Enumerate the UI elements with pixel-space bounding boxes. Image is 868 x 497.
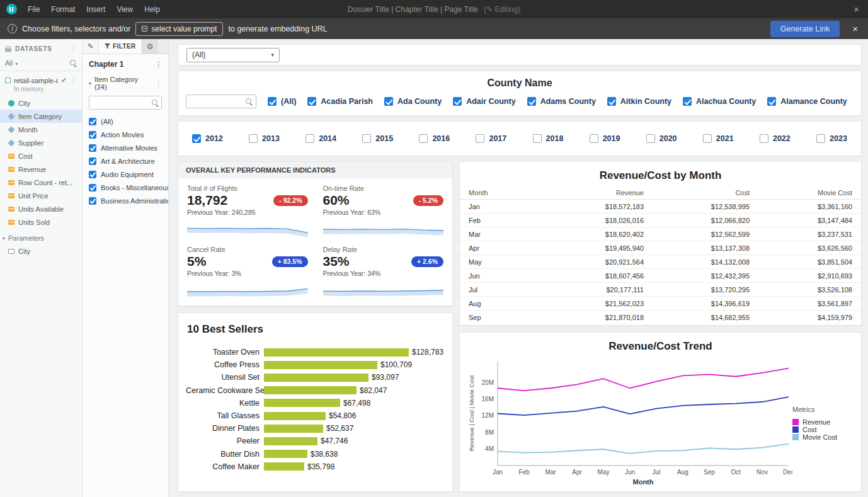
checkbox[interactable] <box>646 134 655 143</box>
parameters-section-header[interactable]: ▾ Parameters <box>0 229 82 244</box>
county-option-aitkin-county[interactable]: Aitkin County <box>607 97 671 106</box>
menu-format[interactable]: Format <box>45 5 81 14</box>
checkbox[interactable] <box>307 97 316 106</box>
year-option-2015[interactable]: 2015 <box>362 134 393 143</box>
menu-help[interactable]: Help <box>139 5 166 14</box>
dataset-scope-select[interactable]: All▾ <box>5 59 18 67</box>
datasets-menu-icon[interactable]: ⋮ <box>70 45 77 53</box>
dataset-item-supplier[interactable]: Supplier <box>0 136 82 149</box>
checkbox[interactable] <box>683 97 692 106</box>
county-option-all[interactable]: (All) <box>268 97 296 106</box>
dataset-item-unit-price[interactable]: Unit Price <box>0 189 82 202</box>
collapse-icon[interactable]: ▾ <box>89 81 91 86</box>
bar[interactable] <box>264 450 307 458</box>
parameter-item-city[interactable]: City <box>0 244 82 258</box>
window-close-icon[interactable]: × <box>845 4 868 14</box>
county-option-alamance-county[interactable]: Alamance County <box>767 97 847 106</box>
checkbox[interactable] <box>816 134 825 143</box>
checkbox[interactable] <box>533 134 542 143</box>
year-option-2022[interactable]: 2022 <box>760 134 791 143</box>
checkbox[interactable] <box>362 134 371 143</box>
checkbox[interactable] <box>249 134 258 143</box>
generate-link-button[interactable]: Generate Link <box>770 21 840 37</box>
checkbox[interactable] <box>419 134 428 143</box>
dataset-item-item-category[interactable]: Item Category <box>0 110 82 123</box>
year-option-2012[interactable]: 2012 <box>192 134 223 143</box>
checkbox[interactable] <box>384 97 393 106</box>
checkbox[interactable] <box>767 97 776 106</box>
checkbox[interactable] <box>89 144 96 152</box>
filter-option-business-administration[interactable]: Business Administration <box>83 194 168 207</box>
dataset-item-month[interactable]: Month <box>0 123 82 136</box>
year-option-2014[interactable]: 2014 <box>306 134 336 143</box>
checkbox[interactable] <box>192 134 201 143</box>
year-option-2017[interactable]: 2017 <box>476 134 506 143</box>
year-option-2016[interactable]: 2016 <box>419 134 450 143</box>
county-option-ada-county[interactable]: Ada County <box>384 97 442 106</box>
legend-item-cost[interactable]: Cost <box>792 426 853 433</box>
checkbox[interactable] <box>476 134 484 143</box>
chapter-menu-icon[interactable]: ⋮ <box>155 60 162 69</box>
bar[interactable] <box>264 412 326 420</box>
dataset-item-units-available[interactable]: Units Available <box>0 202 82 215</box>
checkbox[interactable] <box>89 197 96 205</box>
checkbox[interactable] <box>306 134 314 143</box>
dataset-name-row[interactable]: retail-sample-d... ✓ ⋮ <box>0 71 82 85</box>
county-option-adams-county[interactable]: Adams County <box>527 97 596 106</box>
checkbox[interactable] <box>590 134 598 143</box>
dataset-item-row-count-ret[interactable]: Row Count - ret... <box>0 176 82 189</box>
checkbox[interactable] <box>89 184 96 191</box>
select-value-prompt-button[interactable]: select value prompt <box>135 22 223 36</box>
search-icon[interactable] <box>69 59 77 67</box>
county-option-alachua-county[interactable]: Alachua County <box>683 97 756 106</box>
checkbox[interactable] <box>89 131 96 139</box>
county-option-adair-county[interactable]: Adair County <box>453 97 515 106</box>
county-option-acadia-parish[interactable]: Acadia Parish <box>307 97 373 106</box>
banner-close-icon[interactable]: × <box>850 23 860 34</box>
bar[interactable] <box>264 374 368 382</box>
dataset-menu-icon[interactable]: ⋮ <box>70 76 77 84</box>
menu-file[interactable]: File <box>22 5 45 14</box>
dataset-item-city[interactable]: City <box>0 96 82 110</box>
settings-tab[interactable]: ⚙ <box>142 39 158 54</box>
checkbox[interactable] <box>268 97 277 106</box>
bar[interactable] <box>264 399 340 407</box>
checkbox[interactable] <box>527 97 536 106</box>
filter-option-art-architecture[interactable]: Art & Architecture <box>83 154 168 168</box>
year-option-2021[interactable]: 2021 <box>703 134 734 143</box>
tab-filter[interactable]: FILTER <box>99 39 142 54</box>
filter-group-menu-icon[interactable]: ⋮ <box>155 79 162 88</box>
year-option-2023[interactable]: 2023 <box>816 134 847 143</box>
checkbox[interactable] <box>89 118 96 125</box>
legend-item-revenue[interactable]: Revenue <box>792 418 853 426</box>
year-option-2019[interactable]: 2019 <box>590 134 620 143</box>
dataset-item-units-sold[interactable]: Units Sold <box>0 215 82 229</box>
year-option-2018[interactable]: 2018 <box>533 134 564 143</box>
year-option-2013[interactable]: 2013 <box>249 134 280 143</box>
edit-tab[interactable]: ✎ <box>83 39 99 54</box>
filter-option-action-movies[interactable]: Action Movies <box>83 128 168 141</box>
checkbox[interactable] <box>760 134 768 143</box>
bar[interactable] <box>264 437 317 445</box>
checkbox[interactable] <box>607 97 616 106</box>
dataset-item-cost[interactable]: Cost <box>0 149 82 163</box>
bar[interactable] <box>264 462 304 471</box>
panel-toggle-icon[interactable] <box>5 47 11 52</box>
page-filter-dropdown[interactable]: (All) ▾ <box>186 48 280 62</box>
bar[interactable] <box>264 361 377 369</box>
filter-option-all[interactable]: (All) <box>83 115 168 128</box>
menu-insert[interactable]: Insert <box>81 5 111 14</box>
checkbox[interactable] <box>89 171 96 178</box>
checkbox[interactable] <box>89 157 96 165</box>
bar[interactable] <box>264 386 357 394</box>
legend-item-movie-cost[interactable]: Movie Cost <box>792 433 853 441</box>
filter-option-audio-equipment[interactable]: Audio Equipment <box>83 168 168 181</box>
checkbox[interactable] <box>453 97 462 106</box>
checkbox[interactable] <box>703 134 712 143</box>
bar[interactable] <box>264 348 409 357</box>
dataset-item-revenue[interactable]: Revenue <box>0 163 82 176</box>
year-option-2020[interactable]: 2020 <box>646 134 677 143</box>
menu-view[interactable]: View <box>111 5 139 14</box>
filter-option-alternative-movies[interactable]: Alternative Movies <box>83 141 168 154</box>
filter-option-books-miscellaneous[interactable]: Books - Miscellaneous <box>83 181 168 194</box>
